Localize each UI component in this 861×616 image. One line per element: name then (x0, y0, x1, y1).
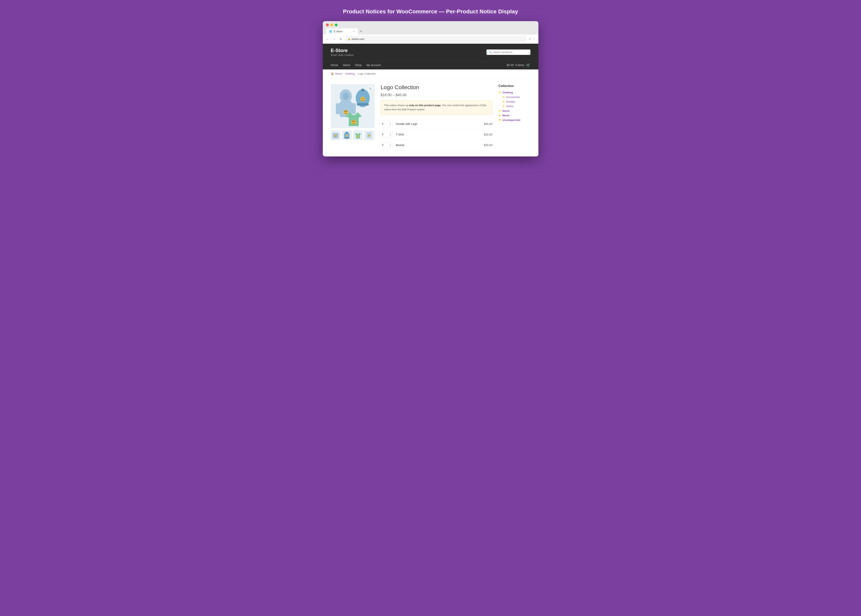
cart-area[interactable]: $0.00 0 items 🛒 (507, 63, 530, 67)
qty-value-3: 0 (382, 143, 384, 146)
sidebar-category-clothing-label: Clothing (502, 91, 513, 94)
tab-close-icon[interactable]: ✕ (353, 30, 355, 33)
nav-link-about[interactable]: About (343, 61, 350, 69)
variation-price-1: $45.00 (484, 122, 493, 126)
svg-point-13 (363, 98, 364, 99)
qty-down-3[interactable]: ▼ (390, 145, 391, 147)
search-input[interactable] (493, 51, 528, 54)
thumbnail-1[interactable] (331, 130, 340, 140)
folder-icon-hoodies: 📁 (502, 101, 505, 103)
new-tab-button[interactable]: + (358, 28, 364, 34)
product-title: Logo Collection (381, 84, 493, 91)
url-bar[interactable]: 🔒 estore.com (345, 36, 526, 42)
sidebar-item-decor[interactable]: 📁 Decor (499, 109, 530, 112)
variation-qty-1[interactable]: 0 ▲ ▼ (381, 121, 393, 127)
svg-rect-2 (336, 103, 340, 114)
browser-toolbar: ← → ↻ 🔒 estore.com ☆ ⋮ (323, 35, 538, 44)
sidebar: Collection 📁 Clothing 📁 Accessories 📁 Ho… (499, 84, 530, 151)
sidebar-item-uncategorized[interactable]: 📁 Uncategorized (499, 118, 530, 121)
variation-row-3: 0 ▲ ▼ Beanie $20.00 (381, 140, 493, 151)
sidebar-subcategory-hoodies-label: Hoodies (506, 100, 516, 103)
svg-rect-9 (357, 103, 369, 105)
product-main-image: 🔍 (331, 84, 375, 128)
thumbnail-3[interactable] (353, 130, 363, 140)
variation-qty-3[interactable]: 0 ▲ ▼ (381, 142, 393, 148)
minimize-button[interactable] (331, 24, 333, 26)
url-text: estore.com (352, 38, 365, 41)
breadcrumb-current: Logo Collection (358, 72, 376, 75)
svg-point-17 (354, 121, 355, 122)
browser-chrome: 🌐 E-Store ✕ + (323, 21, 538, 35)
back-button[interactable]: ← (325, 36, 330, 42)
sidebar-item-hoodies[interactable]: 📁 Hoodies (502, 100, 530, 103)
sidebar-widget-title: Collection (499, 84, 530, 88)
folder-icon-accessories: 📁 (502, 96, 505, 98)
qty-arrows-3[interactable]: ▲ ▼ (390, 143, 391, 147)
sidebar-item-clothing[interactable]: 📁 Clothing (499, 91, 530, 94)
qty-down-2[interactable]: ▼ (390, 135, 391, 136)
nav-link-home[interactable]: Home (331, 61, 338, 69)
qty-down-1[interactable]: ▼ (390, 124, 391, 126)
product-notice: This notice shows up only on this produc… (381, 101, 493, 115)
sidebar-category-music-label: Music (502, 114, 510, 117)
qty-arrows-2[interactable]: ▲ ▼ (390, 133, 391, 136)
sidebar-item-music[interactable]: 📁 Music (499, 114, 530, 117)
sidebar-item-tshirts[interactable]: 📁 Tshirts (502, 105, 530, 108)
forward-button[interactable]: → (332, 36, 337, 42)
variation-price-2: $18.00 (484, 133, 493, 136)
nav-link-shop[interactable]: Shop (355, 61, 362, 69)
product-price: $18.00 – $45.00 (381, 93, 493, 97)
site-content: E-Store Smart. Bold. Creative. 🔍 Home Ab… (323, 44, 538, 156)
menu-icon[interactable]: ⋮ (533, 37, 536, 41)
qty-up-2[interactable]: ▲ (390, 133, 391, 134)
product-variations: 0 ▲ ▼ Hoodie with Logo $45.00 (381, 119, 493, 151)
svg-point-5 (343, 110, 348, 115)
svg-point-30 (369, 135, 370, 136)
variation-name-3: Beanie (396, 143, 481, 147)
svg-rect-23 (344, 137, 349, 138)
sidebar-item-accessories[interactable]: 📁 Accessories (502, 96, 530, 99)
qty-arrows-1[interactable]: ▲ ▼ (390, 122, 391, 126)
svg-point-14 (362, 98, 362, 99)
product-info: Logo Collection $18.00 – $45.00 This not… (381, 84, 493, 151)
store-tagline: Smart. Bold. Creative. (331, 54, 354, 57)
cart-total: $0.00 (507, 63, 514, 67)
qty-up-3[interactable]: ▲ (390, 143, 391, 145)
close-button[interactable] (326, 24, 329, 26)
product-images: 🔍 (331, 84, 375, 151)
breadcrumb-category-link[interactable]: Clothing (345, 72, 355, 75)
svg-point-25 (346, 135, 348, 137)
breadcrumb-sep-1: › (343, 72, 344, 75)
svg-point-24 (346, 132, 348, 133)
cart-icon: 🛒 (526, 63, 530, 67)
zoom-button[interactable]: 🔍 (368, 86, 373, 91)
thumbnail-4[interactable] (364, 130, 374, 140)
lock-icon: 🔒 (348, 38, 351, 40)
folder-icon-decor: 📁 (499, 110, 501, 112)
maximize-button[interactable] (335, 24, 338, 26)
svg-point-16 (353, 121, 353, 122)
qty-up-1[interactable]: ▲ (390, 122, 391, 124)
variation-name-2: T-Shirt (396, 133, 481, 136)
notice-bold-text: only on this product page (409, 104, 441, 107)
qty-value-1: 0 (382, 122, 384, 125)
breadcrumb-home-link[interactable]: Home (335, 72, 342, 75)
variation-name-1: Hoodie with Logo (396, 122, 481, 126)
qty-value-2: 0 (382, 133, 384, 136)
nav-links: Home About Shop My account (331, 61, 381, 69)
variation-qty-2[interactable]: 0 ▲ ▼ (381, 131, 393, 138)
store-search[interactable]: 🔍 (486, 49, 530, 55)
sidebar-subcategories-clothing: 📁 Accessories 📁 Hoodies 📁 Tshirts (502, 96, 530, 108)
svg-point-10 (361, 89, 364, 92)
refresh-button[interactable]: ↻ (339, 37, 343, 41)
browser-actions: ☆ ⋮ (529, 37, 536, 41)
folder-icon-clothing: 📁 (499, 91, 501, 94)
thumbnail-2[interactable] (342, 130, 351, 140)
svg-point-21 (336, 135, 336, 136)
svg-point-26 (357, 135, 359, 137)
favorite-icon[interactable]: ☆ (529, 37, 531, 41)
folder-icon-tshirts: 📁 (502, 105, 505, 107)
active-tab[interactable]: 🌐 E-Store ✕ (326, 28, 358, 35)
main-content: 🔍 (323, 78, 538, 156)
nav-link-myaccount[interactable]: My account (366, 61, 381, 69)
